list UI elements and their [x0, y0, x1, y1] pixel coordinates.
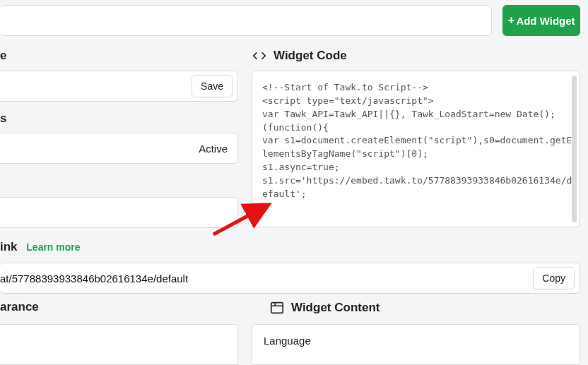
learn-more-link[interactable]: Learn more: [26, 241, 80, 253]
widget-content-card: Language: [252, 324, 580, 365]
save-button[interactable]: Save: [192, 75, 233, 97]
widget-code-heading: Widget Code: [252, 48, 347, 64]
section-b-heading: s: [0, 112, 10, 127]
section-a-heading: e: [0, 49, 10, 66]
language-label: Language: [264, 335, 311, 347]
section-a-card: Save: [0, 71, 238, 102]
status-value: Active: [199, 143, 228, 155]
content-icon: [269, 300, 285, 316]
section-b-card: Active: [0, 133, 238, 164]
widget-code-heading-label: Widget Code: [274, 49, 347, 63]
direct-link-heading: ink Learn more: [0, 240, 238, 257]
copy-button[interactable]: Copy: [533, 267, 575, 289]
direct-link-card: at/57788393933846b02616134e/default Copy: [0, 263, 580, 294]
widget-content-heading: Widget Content: [269, 300, 380, 316]
add-widget-button[interactable]: + Add Widget: [502, 5, 580, 36]
svg-rect-1: [271, 303, 283, 313]
page-root: + Add Widget e Save s Active Widget Code…: [0, 0, 588, 365]
section-c-card: [0, 197, 238, 228]
widget-code-text[interactable]: <!--Start of Tawk.to Script--> <script t…: [262, 81, 572, 201]
widget-appearance-card: [0, 324, 238, 365]
code-icon: [252, 48, 267, 64]
direct-link-heading-fragment: ink: [0, 240, 18, 253]
plus-icon: +: [507, 13, 514, 28]
widget-appearance-heading: arance: [0, 300, 42, 317]
scrollbar[interactable]: [572, 76, 577, 222]
direct-link-value[interactable]: at/57788393933846b02616134e/default: [0, 273, 188, 285]
add-widget-label: Add Widget: [516, 15, 575, 27]
widget-content-heading-label: Widget Content: [291, 301, 380, 315]
widget-code-card[interactable]: <!--Start of Tawk.to Script--> <script t…: [252, 71, 580, 227]
top-input[interactable]: [0, 5, 492, 36]
